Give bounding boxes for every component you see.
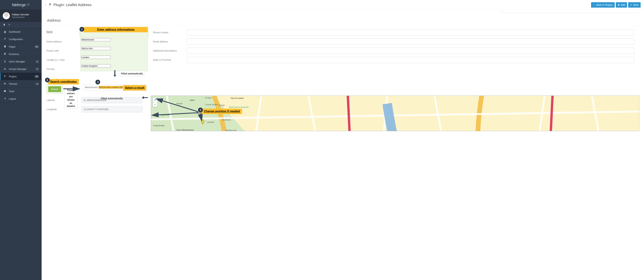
svg-point-3 <box>5 68 6 69</box>
search-button-wrap: Search <box>46 85 63 94</box>
badge: 2 <box>36 82 39 85</box>
sidebar: fabforge Fabian Dennler Administrator ▦ … <box>0 0 42 280</box>
user-name: Fabian Dennler <box>12 13 29 16</box>
sidebar-item-label: Revisions <box>9 53 19 56</box>
map-marker[interactable] <box>201 120 204 124</box>
back-to-plugins-button[interactable]: ← Back to Plugins <box>591 2 615 8</box>
svg-point-2 <box>4 68 5 69</box>
sidebar-item-users[interactable]: Users Manager 1 <box>0 58 42 65</box>
logout-icon <box>4 97 6 100</box>
sidebar-item-label: Themes <box>9 82 18 85</box>
map-label: Southwark <box>222 119 231 121</box>
map-label: Temple <box>219 104 225 106</box>
trash-icon[interactable] <box>3 24 6 26</box>
badge: 42 <box>34 45 39 48</box>
address-inputs-group <box>80 27 148 71</box>
note-filled-1: Filled automatically <box>119 71 145 76</box>
phone-input[interactable] <box>187 30 634 36</box>
brand[interactable]: fabforge <box>0 0 42 10</box>
city-input[interactable] <box>81 56 111 59</box>
label-info: Additional informations <box>153 50 187 52</box>
sidebar-item-pages[interactable]: Pages 42 <box>0 43 42 50</box>
user-block: Fabian Dennler Administrator <box>0 10 42 22</box>
sidebar-item-plugins[interactable]: Plugins 33 <box>0 73 42 80</box>
sidebar-item-label: Users Manager <box>9 60 25 63</box>
postal-input[interactable] <box>81 47 111 50</box>
label-phone: Phone number <box>153 31 187 34</box>
group-icon <box>4 68 6 70</box>
button-label: Add <box>621 4 625 6</box>
svg-point-1 <box>4 60 6 61</box>
user-icon <box>4 60 6 63</box>
sidebar-item-label: Tools <box>9 90 14 93</box>
svg-line-0 <box>28 4 29 5</box>
plus-icon[interactable] <box>8 24 10 26</box>
map-label: Elephant and <box>226 129 236 131</box>
step-badge-4: 4 <box>198 108 203 112</box>
sidebar-item-label: Plugins <box>9 75 16 78</box>
sidebar-item-groups[interactable]: Groups Manager 1 <box>0 65 42 73</box>
result-highlight: SW1A 0AA London GB <box>98 86 123 89</box>
sidebar-item-configuration[interactable]: Configuration <box>0 36 42 43</box>
result-prefix: Westminster <box>85 86 98 89</box>
page-title-text: Plugin: Leaflet Address <box>54 3 92 7</box>
button-label: Save <box>633 4 638 6</box>
state-input[interactable] <box>187 57 634 63</box>
lon-input[interactable] <box>82 106 142 112</box>
label-postal: Postal code <box>46 50 80 52</box>
content: Address Name Name <box>42 10 644 280</box>
info-input[interactable] <box>187 48 634 54</box>
svg-point-6 <box>202 121 203 122</box>
chevron-left-icon[interactable]: ‹ <box>45 3 46 6</box>
sidebar-item-label: Configuration <box>9 38 23 40</box>
zoom-in-button[interactable]: + <box>153 98 158 102</box>
map-label: Soho <box>190 99 195 101</box>
email-input[interactable] <box>187 38 634 45</box>
map-label: Westminster to Greenwich <box>229 106 249 108</box>
add-button[interactable]: ✚ Add <box>616 2 627 8</box>
note-found-entries: Found entries are shown as datalist <box>64 88 78 109</box>
sidebar-item-label: Groups Manager <box>9 68 26 70</box>
avatar <box>3 12 10 19</box>
map-label: Hyde Park <box>161 114 170 116</box>
map-label: Mayfair <box>176 102 182 104</box>
tint-icon <box>4 82 6 85</box>
map-label: St Giles <box>205 97 212 99</box>
map-label: City of London <box>230 97 244 99</box>
sidebar-item-tools[interactable]: Tools <box>0 88 42 95</box>
callout-change-pos: Change position if needed <box>202 108 242 114</box>
button-label: Search <box>51 88 58 90</box>
sidebar-item-revisions[interactable]: Revisions <box>0 50 42 58</box>
arrow-left-icon: ← <box>593 4 596 6</box>
badge: 1 <box>36 68 39 70</box>
external-link-icon <box>27 4 30 6</box>
document-icon <box>4 52 6 56</box>
plus-icon: ✚ <box>618 4 620 6</box>
check-icon: ✔ <box>630 4 632 6</box>
previous-input-partial[interactable] <box>502 10 639 13</box>
badge: 1 <box>36 60 39 63</box>
note-filled-2: Filled automatically <box>99 96 124 101</box>
country-select[interactable] <box>81 64 111 68</box>
section-coords: Coordinates <box>47 78 639 82</box>
map-label: Knightsbridge <box>153 124 164 126</box>
callout-select-result: Select a result <box>123 85 146 90</box>
sidebar-item-label: Dashboard <box>9 30 20 33</box>
save-button[interactable]: ✔ Save <box>628 2 640 8</box>
briefcase-icon <box>4 90 6 93</box>
map-label: City of Westminster <box>176 129 194 131</box>
nav: ▦ Dashboard Configuration Pages 42 Revis… <box>0 28 42 102</box>
street-input[interactable] <box>81 38 111 41</box>
label-country: Country <box>46 68 80 70</box>
sidebar-item-themes[interactable]: Themes 2 <box>0 80 42 88</box>
zoom-out-button[interactable]: − <box>153 102 158 107</box>
search-button[interactable]: Search <box>48 86 61 92</box>
plug-icon <box>4 75 6 78</box>
main: ‹ Plugin: Leaflet Address ← Back to Plug… <box>42 0 644 280</box>
sidebar-item-logout[interactable]: Logout <box>0 95 42 102</box>
file-icon <box>4 45 6 48</box>
step-badge-2: 2 <box>45 78 50 82</box>
sidebar-item-dashboard[interactable]: ▦ Dashboard <box>0 28 42 36</box>
map[interactable]: Mayfair Soho St Giles City of London Cov… <box>151 96 639 131</box>
label-city: Locality (i.e. City) <box>46 58 80 61</box>
